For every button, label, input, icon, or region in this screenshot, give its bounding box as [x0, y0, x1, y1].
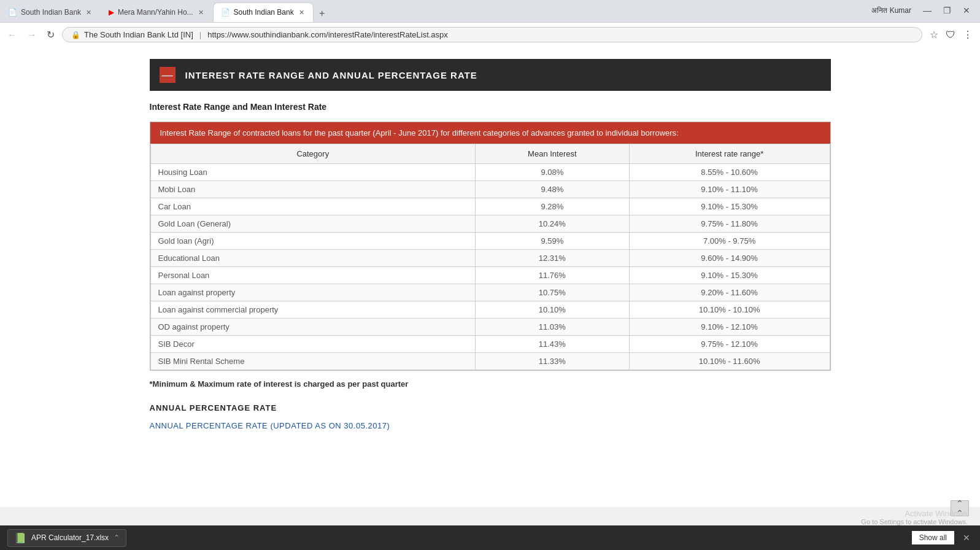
maximize-button[interactable]: ❐	[938, 4, 955, 17]
cell-category: Gold Loan (General)	[150, 215, 476, 233]
tab-bar: 📄 South Indian Bank ✕ ▶ Mera Mann/Yahin …	[0, 0, 980, 22]
cell-rate-range: 9.10% - 12.10%	[629, 319, 830, 336]
refresh-button[interactable]: ↻	[44, 28, 57, 42]
secure-icon: 🔒	[71, 31, 80, 39]
tab-close-3[interactable]: ✕	[298, 8, 306, 17]
tab-mera-mann[interactable]: ▶ Mera Mann/Yahin Ho... ✕	[101, 2, 213, 22]
address-separator: |	[199, 30, 201, 39]
address-input[interactable]: 🔒 The South Indian Bank Ltd [IN] | https…	[62, 27, 922, 42]
cell-category: Educational Loan	[150, 250, 476, 267]
apr-link[interactable]: ANNUAL PERCENTAGE RATE (UPDATED AS ON 30…	[150, 421, 390, 430]
cell-category: Gold loan (Agri)	[150, 233, 476, 250]
cell-category: Personal Loan	[150, 267, 476, 284]
col-header-interest-range: Interest rate range*	[629, 144, 830, 164]
page-icon-3: 📄	[221, 8, 230, 17]
annual-percentage-rate-heading: ANNUAL PERCENTAGE RATE	[150, 403, 831, 412]
scroll-up-arrows: ⌃⌃	[951, 500, 969, 507]
section-header: — INTEREST RATE RANGE AND ANNUAL PERCENT…	[150, 59, 831, 91]
table-row: Mobi Loan9.48%9.10% - 11.10%	[150, 181, 830, 198]
address-actions: ☆ 🛡 ⋮	[927, 28, 975, 42]
section-title: INTEREST RATE RANGE AND ANNUAL PERCENTAG…	[185, 70, 477, 80]
table-body: Housing Loan9.08%8.55% - 10.60%Mobi Loan…	[150, 164, 830, 370]
tab-close-2[interactable]: ✕	[197, 8, 205, 17]
subsection-title: Interest Rate Range and Mean Interest Ra…	[150, 102, 831, 112]
tab-label-3: South Indian Bank	[234, 8, 294, 17]
tab-south-indian-bank-3[interactable]: 📄 South Indian Bank ✕	[213, 2, 314, 22]
col-header-mean-interest: Mean Interest	[476, 144, 630, 164]
cell-rate-range: 9.75% - 11.80%	[629, 215, 830, 233]
shield-icon-button[interactable]: 🛡	[943, 28, 958, 42]
window-user: अनित Kumar	[871, 6, 911, 15]
collapse-button[interactable]: —	[160, 67, 176, 83]
site-name: The South Indian Bank Ltd [IN]	[84, 30, 193, 39]
minimize-button[interactable]: —	[919, 4, 936, 17]
cell-rate-range: 7.00% - 9.75%	[629, 233, 830, 250]
cell-rate-range: 9.10% - 15.30%	[629, 198, 830, 215]
cell-mean-interest: 9.48%	[476, 181, 630, 198]
info-banner: Interest Rate Range of contracted loans …	[150, 122, 830, 144]
cell-rate-range: 9.10% - 11.10%	[629, 181, 830, 198]
close-button[interactable]: ✕	[958, 4, 975, 17]
cell-category: SIB Mini Rental Scheme	[150, 353, 476, 370]
cell-category: Mobi Loan	[150, 181, 476, 198]
table-header-row: Category Mean Interest Interest rate ran…	[150, 144, 830, 164]
cell-mean-interest: 11.43%	[476, 336, 630, 353]
url-text: https://www.southindianbank.com/interest…	[207, 30, 448, 39]
table-row: Housing Loan9.08%8.55% - 10.60%	[150, 164, 830, 181]
table-row: Gold Loan (General)10.24%9.75% - 11.80%	[150, 215, 830, 233]
menu-button[interactable]: ⋮	[960, 28, 975, 42]
cell-rate-range: 8.55% - 10.60%	[629, 164, 830, 181]
table-row: SIB Decor11.43%9.75% - 12.10%	[150, 336, 830, 353]
tab-label-1: South Indian Bank	[21, 8, 81, 17]
window-controls: अनित Kumar — ❐ ✕	[871, 4, 975, 17]
table-row: Personal Loan11.76%9.10% - 15.30%	[150, 267, 830, 284]
cell-mean-interest: 10.75%	[476, 284, 630, 301]
table-wrapper: Interest Rate Range of contracted loans …	[150, 122, 831, 371]
cell-mean-interest: 11.76%	[476, 267, 630, 284]
table-row: Educational Loan12.31%9.60% - 14.90%	[150, 250, 830, 267]
table-row: Gold loan (Agri)9.59%7.00% - 9.75%	[150, 233, 830, 250]
table-row: Loan against commercial property10.10%10…	[150, 301, 830, 319]
page-content: — INTEREST RATE RANGE AND ANNUAL PERCENT…	[0, 47, 980, 507]
cell-mean-interest: 10.10%	[476, 301, 630, 319]
cell-category: SIB Decor	[150, 336, 476, 353]
cell-mean-interest: 11.03%	[476, 319, 630, 336]
cell-category: Loan against property	[150, 284, 476, 301]
youtube-icon: ▶	[109, 8, 114, 17]
tab-close-1[interactable]: ✕	[85, 8, 93, 17]
col-header-category: Category	[150, 144, 476, 164]
cell-mean-interest: 9.59%	[476, 233, 630, 250]
tab-label-2: Mera Mann/Yahin Ho...	[118, 8, 193, 17]
cell-rate-range: 9.10% - 15.30%	[629, 267, 830, 284]
cell-rate-range: 10.10% - 10.10%	[629, 301, 830, 319]
cell-rate-range: 9.75% - 12.10%	[629, 336, 830, 353]
scroll-up-top-button[interactable]: ⌃⌃	[951, 500, 969, 507]
cell-category: Housing Loan	[150, 164, 476, 181]
content-wrapper: — INTEREST RATE RANGE AND ANNUAL PERCENT…	[137, 59, 843, 430]
page-icon: 📄	[8, 8, 17, 17]
cell-rate-range: 10.10% - 11.60%	[629, 353, 830, 370]
cell-mean-interest: 9.28%	[476, 198, 630, 215]
cell-rate-range: 9.20% - 11.60%	[629, 284, 830, 301]
table-row: SIB Mini Rental Scheme11.33%10.10% - 11.…	[150, 353, 830, 370]
tab-south-indian-bank-1[interactable]: 📄 South Indian Bank ✕	[0, 2, 101, 22]
address-bar: ← → ↻ 🔒 The South Indian Bank Ltd [IN] |…	[0, 22, 980, 47]
table-row: Car Loan9.28%9.10% - 15.30%	[150, 198, 830, 215]
new-tab-button[interactable]: +	[314, 5, 331, 22]
cell-rate-range: 9.60% - 14.90%	[629, 250, 830, 267]
cell-mean-interest: 9.08%	[476, 164, 630, 181]
bookmark-button[interactable]: ☆	[927, 28, 941, 42]
cell-mean-interest: 10.24%	[476, 215, 630, 233]
cell-mean-interest: 11.33%	[476, 353, 630, 370]
cell-category: OD against property	[150, 319, 476, 336]
back-button[interactable]: ←	[5, 28, 20, 42]
cell-category: Car Loan	[150, 198, 476, 215]
footnote: *Minimum & Maximum rate of interest is c…	[150, 379, 831, 389]
forward-button[interactable]: →	[25, 28, 39, 42]
cell-category: Loan against commercial property	[150, 301, 476, 319]
cell-mean-interest: 12.31%	[476, 250, 630, 267]
table-row: OD against property11.03%9.10% - 12.10%	[150, 319, 830, 336]
table-row: Loan against property10.75%9.20% - 11.60…	[150, 284, 830, 301]
interest-rate-table: Category Mean Interest Interest rate ran…	[150, 144, 830, 370]
